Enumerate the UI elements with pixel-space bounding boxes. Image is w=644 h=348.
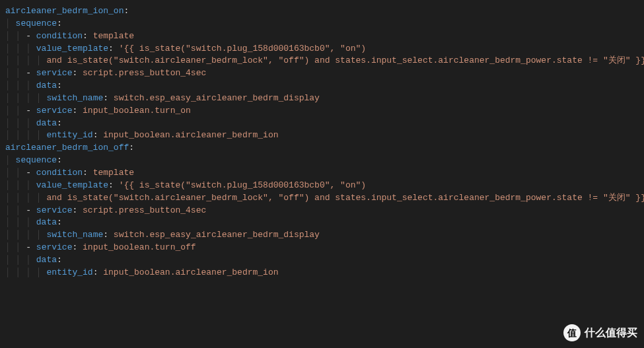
code-line: │ │ │ data:	[5, 217, 644, 229]
code-line: │ │ - service: script.press_button_4sec	[5, 205, 644, 217]
watermark-badge-icon: 值	[563, 324, 581, 341]
code-line: │ │ │ │ and is_state("switch.aircleaner_…	[5, 55, 644, 67]
code-line: │ │ │ │ entity_id: input_boolean.airclea…	[5, 267, 644, 279]
watermark-text: 什么值得买	[585, 325, 637, 340]
code-editor[interactable]: aircleaner_bedrm_ion_on:│ sequence:│ │ -…	[0, 0, 644, 285]
code-line: │ │ - condition: template	[5, 30, 644, 43]
code-line: │ │ │ value_template: '{{ is_state("swit…	[5, 43, 644, 55]
code-line: │ │ - service: input_boolean.turn_on	[5, 105, 644, 118]
code-line: aircleaner_bedrm_ion_off:	[5, 142, 644, 155]
code-line: │ │ │ │ switch_name: switch.esp_easy_air…	[5, 92, 644, 105]
code-line: │ │ │ │ entity_id: input_boolean.airclea…	[5, 129, 644, 142]
code-line: │ │ - service: input_boolean.turn_off	[5, 242, 644, 254]
code-line: aircleaner_bedrm_ion_on:	[5, 5, 644, 18]
code-line: │ sequence:	[5, 18, 644, 30]
code-line: │ │ │ data:	[5, 254, 644, 267]
code-line: │ │ - service: script.press_button_4sec	[5, 67, 644, 80]
code-line: │ │ │ value_template: '{{ is_state("swit…	[5, 180, 644, 192]
code-line: │ │ │ │ and is_state("switch.aircleaner_…	[5, 192, 644, 205]
code-line: │ │ │ data:	[5, 80, 644, 92]
code-line: │ sequence:	[5, 155, 644, 167]
code-line: │ │ │ data:	[5, 118, 644, 130]
code-line: │ │ - condition: template	[5, 167, 644, 180]
watermark: 值 什么值得买	[563, 324, 637, 341]
code-line: │ │ │ │ switch_name: switch.esp_easy_air…	[5, 229, 644, 242]
